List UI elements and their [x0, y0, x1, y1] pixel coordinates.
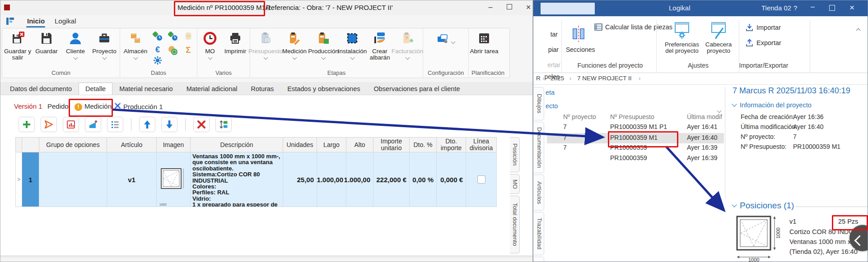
cell-importe-unitario[interactable]: 222,000 €	[373, 152, 410, 207]
breadcrumb-root[interactable]: R	[536, 75, 541, 82]
cell-alto[interactable]: 1.000,00	[346, 152, 373, 207]
divider-line-button[interactable]	[215, 117, 232, 132]
side-tab-trazabilidad[interactable]: Trazabilidad	[534, 212, 544, 255]
guardar-salir-button[interactable]: Guardar y salir	[3, 29, 32, 61]
project-row-selected[interactable]: 7 PR10000359 M1 Ayer 16:40	[547, 133, 724, 143]
almacen-button[interactable]: Almacén	[121, 29, 150, 59]
tab-pedido[interactable]: Pedido	[47, 102, 69, 110]
col-header-num-proyecto[interactable]: Nº proyecto	[563, 113, 596, 120]
exportar-button[interactable]: Exportar	[746, 39, 781, 47]
cell-unidades[interactable]: 25,00	[283, 152, 317, 207]
tab-observaciones-para-el-cliente[interactable]: Observaciones para el cliente	[367, 83, 467, 95]
gear-icon[interactable]	[153, 56, 162, 67]
maximize-button[interactable]	[502, 1, 517, 13]
close-button[interactable]: ×	[849, 3, 854, 13]
cell-grupo-de-opciones[interactable]	[39, 152, 107, 207]
cell-dto-pct[interactable]: 0,00 %	[410, 152, 437, 207]
project-row[interactable]: 7 PR10000359 Ayer 16:39	[547, 144, 724, 154]
tab-roturas[interactable]: Roturas	[244, 83, 281, 95]
col-header-ultima-modif[interactable]: Última modif	[687, 113, 722, 120]
header-unidades[interactable]: Unidades	[283, 137, 317, 152]
maximize-icon[interactable]	[829, 5, 835, 11]
minimize-button[interactable]: –	[811, 3, 815, 11]
imprimir-button[interactable]: Imprimir	[222, 29, 249, 55]
project-row[interactable]: PR10000359 Ayer 16:39	[547, 154, 724, 164]
position-thumbnail[interactable]: 1000 1000	[736, 215, 779, 262]
guardar-button[interactable]: Guardar	[32, 29, 61, 55]
collapse-ribbon-chevron-icon[interactable]	[856, 28, 861, 33]
cliente-button[interactable]: Cliente	[61, 29, 90, 59]
add-position-button[interactable]	[19, 117, 35, 132]
cell-descripcion[interactable]: Ventanas 1000 mm x 1000 mm-, que consist…	[191, 152, 283, 207]
minimize-button[interactable]: –	[483, 1, 498, 13]
cell-dto-importe[interactable]: 0,000 €	[437, 152, 466, 207]
tab-version-1[interactable]: Versión 1	[14, 102, 42, 110]
cell-imagen[interactable]: 1000	[157, 152, 191, 207]
tab-datos-del-documento[interactable]: Datos del documento	[3, 83, 79, 95]
cell-articulo[interactable]: v1	[107, 152, 157, 207]
preferencias-proyecto-button[interactable]: Preferencias del proyecto	[663, 22, 700, 54]
side-tab-total-documento[interactable]: Total documento	[510, 196, 520, 253]
clipped-link-carpeta[interactable]: eta	[546, 89, 555, 96]
chevron-down-icon[interactable]	[451, 40, 455, 44]
list-button[interactable]	[107, 117, 123, 132]
side-tab-documentacion[interactable]: Documentación	[534, 122, 544, 173]
secciones-button[interactable]: Secciones	[566, 24, 591, 53]
proyecto-button[interactable]: Proyecto	[90, 29, 119, 59]
help-button[interactable]: ?	[793, 4, 797, 12]
header-grupo-de-opciones[interactable]: Grupo de opciones	[39, 137, 107, 152]
clipped-button-pegar[interactable]: tar	[551, 31, 558, 38]
calcular-lista-button[interactable]: Calcular lista de piezas	[594, 23, 672, 31]
linea-divisoria-checkbox[interactable]	[477, 175, 485, 184]
tab-logikal[interactable]: Logikal	[55, 17, 76, 25]
close-button[interactable]: ×	[521, 1, 533, 13]
project-row[interactable]: 7 PR10000359 M1 P1 Ayer 16:41	[547, 123, 724, 133]
cabecera-proyecto-button[interactable]: Cabecera proyecto	[702, 22, 735, 54]
side-tab-dibujos[interactable]: Dibujos	[534, 87, 544, 120]
sort-chevron-icon[interactable]	[717, 109, 722, 113]
chart-button[interactable]	[85, 117, 101, 132]
header-largo[interactable]: Largo	[317, 137, 346, 152]
abrir-tarea-button[interactable]: Abrir tarea	[470, 29, 499, 55]
side-tab-posicion[interactable]: Posición	[510, 137, 520, 172]
importar-button[interactable]: Importar	[746, 23, 781, 32]
currency-coins-icon[interactable]	[168, 46, 178, 57]
header-dto-pct[interactable]: Dto. %	[410, 137, 437, 152]
header-imagen[interactable]: Imagen	[157, 137, 191, 152]
clipped-button-copiar[interactable]: piar	[548, 46, 559, 53]
tab-detalle[interactable]: Detalle	[79, 83, 112, 95]
delete-button[interactable]	[193, 117, 210, 132]
move-up-button[interactable]	[139, 117, 155, 132]
side-tab-mo[interactable]: MO	[510, 174, 520, 194]
move-down-button[interactable]	[161, 117, 177, 132]
header-dto-importe[interactable]: Dto. importe	[437, 137, 466, 152]
send-button[interactable]	[41, 117, 57, 132]
tab-material-necesario[interactable]: Material necesario	[112, 83, 179, 95]
side-tab-escandallos[interactable]: Escandallos	[534, 257, 544, 262]
coin-stack-icon[interactable]	[183, 32, 193, 43]
tab-estados-y-observaciones[interactable]: Estados y observaciones	[280, 83, 367, 95]
produccion-button[interactable]: Producción	[309, 29, 338, 59]
position-code[interactable]: v1	[789, 218, 796, 225]
report-button[interactable]	[63, 117, 79, 132]
sigma-sum-icon[interactable]: Σ	[186, 46, 191, 54]
info-section-header[interactable]: Información del proyecto	[733, 101, 812, 109]
medicion-button[interactable]: Medición	[280, 29, 309, 59]
price-time-icon[interactable]	[153, 32, 163, 43]
euro-icon[interactable]: €	[155, 46, 160, 54]
breadcrumb-year[interactable]: 2025	[551, 75, 564, 82]
cell-largo[interactable]: 1.000,00	[317, 152, 346, 207]
tab-inicio[interactable]: Inicio	[27, 17, 45, 25]
header-alto[interactable]: Alto	[346, 137, 373, 152]
header-linea-divisoria[interactable]: Línea divisoria	[466, 137, 497, 152]
tab-produccion-1[interactable]: Producción 1	[114, 102, 163, 110]
mo-button[interactable]: MO	[198, 29, 222, 59]
side-tab-articulos[interactable]: Artículos	[534, 175, 544, 211]
tab-material-adicional[interactable]: Material adicional	[180, 83, 244, 95]
instalacion-button[interactable]: Instalación	[338, 29, 367, 59]
header-articulo[interactable]: Artículo	[107, 137, 157, 152]
crear-albaran-button[interactable]: Crear albarán	[367, 29, 393, 61]
tab-medicion-version[interactable]: !Medición	[75, 102, 112, 111]
header-importe-unitario[interactable]: Importe unitario	[373, 137, 410, 152]
positions-section-header[interactable]: Posiciones (1)	[733, 201, 794, 211]
